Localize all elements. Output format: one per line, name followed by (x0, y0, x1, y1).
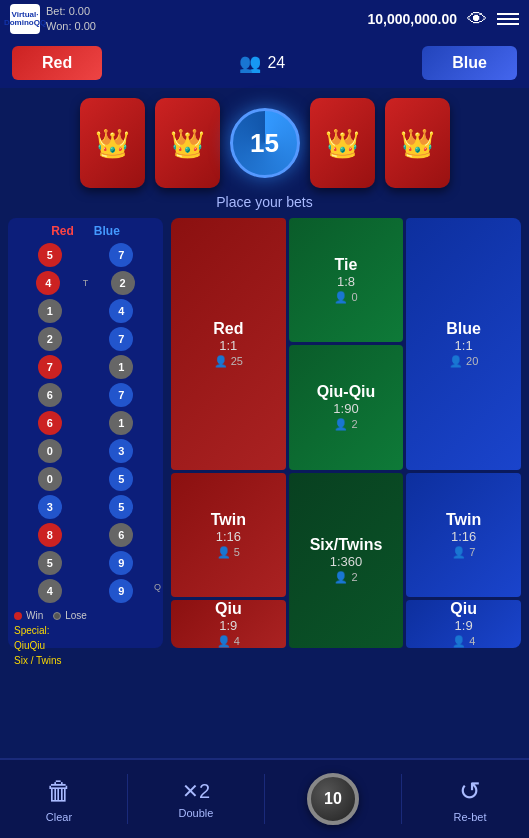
header: Virtual·DominoQQ Bet: 0.00 Won: 0.00 10,… (0, 0, 529, 38)
score-cell: 2 (111, 271, 135, 295)
score-cell: 1 (109, 355, 133, 379)
crown-icon-3: 👑 (325, 127, 360, 160)
clear-label: Clear (46, 811, 72, 823)
score-cell: 4 (109, 299, 133, 323)
tie-bet-players: 👤 0 (334, 291, 357, 304)
special-item-2: Six / Twins (14, 655, 157, 666)
bet-value: 0.00 (69, 5, 90, 17)
red-card-2: 👑 (155, 98, 220, 188)
twin-red-players: 👤 5 (217, 546, 240, 559)
header-right: 10,000,000.00 👁 (367, 8, 519, 31)
qiu-blue-players: 👤 4 (452, 635, 475, 648)
score-cell: 4 (38, 579, 62, 603)
lose-dot (53, 612, 61, 620)
score-blue-label: Blue (94, 224, 120, 238)
logo-area: Virtual·DominoQQ Bet: 0.00 Won: 0.00 (10, 4, 96, 35)
bet-cell-twin-red[interactable]: Twin 1:16 👤 5 (171, 473, 286, 597)
qiu-blue-ratio: 1:9 (455, 618, 473, 633)
players-badge: 👥 24 (239, 52, 285, 74)
score-cell: 3 (109, 439, 133, 463)
chip-display: 10 (307, 773, 359, 825)
double-button[interactable]: ✕2 Double (146, 764, 246, 834)
timer-circle: 15 (230, 108, 300, 178)
score-cell: 5 (38, 243, 62, 267)
score-cell: 6 (38, 411, 62, 435)
win-dot (14, 612, 22, 620)
crown-icon-4: 👑 (400, 127, 435, 160)
score-cell: 7 (109, 383, 133, 407)
qiu-red-players: 👤 4 (217, 635, 240, 648)
timer-value: 15 (250, 128, 279, 159)
twin-red-label: Twin (211, 511, 246, 529)
scoreboard: Red Blue 5 7 4 T 2 1 4 2 7 (8, 218, 163, 648)
special-label: Special: (14, 625, 157, 636)
chip-button[interactable]: 10 (283, 764, 383, 834)
footer-divider-3 (401, 774, 402, 824)
tie-bet-ratio: 1:8 (337, 274, 355, 289)
double-label: Double (179, 807, 214, 819)
score-cell: 5 (109, 495, 133, 519)
blue-card-1: 👑 (310, 98, 375, 188)
score-cell: 6 (109, 523, 133, 547)
score-cell: 6 (38, 383, 62, 407)
score-cell: 1 (38, 299, 62, 323)
bet-cell-twin-blue[interactable]: Twin 1:16 👤 7 (406, 473, 521, 597)
place-bets-text: Place your bets (0, 188, 529, 218)
tie-bet-label: Tie (335, 256, 358, 274)
score-legend: Win Lose Special: QiuQiu Six / Twins (14, 610, 157, 666)
menu-button[interactable] (497, 13, 519, 25)
score-cell: 5 (109, 467, 133, 491)
score-cell: 7 (109, 243, 133, 267)
bet-cell-qiu-blue[interactable]: Qiu 1:9 👤 4 (406, 600, 521, 648)
red-bet-label: Red (213, 320, 243, 338)
rebet-button[interactable]: ↺ Re-bet (420, 764, 520, 834)
footer: 🗑 Clear ✕2 Double 10 ↺ Re-bet (0, 758, 529, 838)
bet-cell-six-twins[interactable]: Six/Twins 1:360 👤 2 (289, 473, 404, 648)
twin-blue-ratio: 1:16 (451, 529, 476, 544)
red-card-1: 👑 (80, 98, 145, 188)
players-icon: 👥 (239, 52, 261, 74)
blue-bet-label: Blue (446, 320, 481, 338)
cards-area: 👑 👑 15 👑 👑 (0, 88, 529, 188)
qiuqiu-bet-label: Qiu-Qiu (317, 383, 376, 401)
blue-bet-ratio: 1:1 (455, 338, 473, 353)
win-label: Win (26, 610, 43, 621)
score-cell: 2 (38, 327, 62, 351)
blue-bet-players: 👤 20 (449, 355, 478, 368)
qiu-red-label: Qiu (215, 600, 242, 618)
bet-cell-qiu-red[interactable]: Qiu 1:9 👤 4 (171, 600, 286, 648)
won-label: Won: (46, 20, 71, 32)
red-bet-ratio: 1:1 (219, 338, 237, 353)
bet-cell-qiu-qiu[interactable]: Qiu-Qiu 1:90 👤 2 (289, 345, 404, 469)
players-count: 24 (267, 54, 285, 72)
bet-label: Bet: (46, 5, 66, 17)
red-team-tab[interactable]: Red (12, 46, 102, 80)
qiu-red-ratio: 1:9 (219, 618, 237, 633)
double-icon: ✕2 (182, 779, 210, 803)
balance-display: 10,000,000.00 (367, 11, 457, 27)
score-cell: 3 (38, 495, 62, 519)
chip-value: 10 (324, 790, 342, 808)
bet-cell-red[interactable]: Red 1:1 👤 25 (171, 218, 286, 470)
clear-button[interactable]: 🗑 Clear (9, 764, 109, 834)
score-cell: 4 (36, 271, 60, 295)
qiu-blue-label: Qiu (450, 600, 477, 618)
blue-team-tab[interactable]: Blue (422, 46, 517, 80)
qiuqiu-bet-players: 👤 2 (334, 418, 357, 431)
sixtwins-players: 👤 2 (334, 571, 357, 584)
bet-cell-blue[interactable]: Blue 1:1 👤 20 (406, 218, 521, 470)
score-cell: 9 (109, 579, 133, 603)
twin-red-ratio: 1:16 (216, 529, 241, 544)
score-cell: 8 (38, 523, 62, 547)
won-value: 0.00 (75, 20, 96, 32)
score-cell: 0 (38, 467, 62, 491)
score-cell: 1 (109, 411, 133, 435)
eye-button[interactable]: 👁 (467, 8, 487, 31)
score-cell: 5 (38, 551, 62, 575)
score-cell: 7 (38, 355, 62, 379)
red-bet-players: 👤 25 (214, 355, 243, 368)
footer-divider-2 (264, 774, 265, 824)
crown-icon-2: 👑 (170, 127, 205, 160)
trash-icon: 🗑 (46, 776, 72, 807)
bet-cell-tie[interactable]: Tie 1:8 👤 0 (289, 218, 404, 342)
